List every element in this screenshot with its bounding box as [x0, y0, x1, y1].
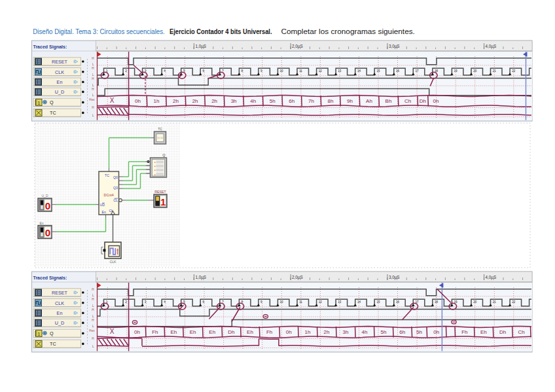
svg-text:Eh: Eh: [209, 329, 215, 335]
svg-text:Fh: Fh: [152, 329, 158, 335]
svg-text:4,0µS: 4,0µS: [486, 44, 497, 49]
svg-text:H: H: [92, 106, 94, 109]
svg-text:0h: 0h: [433, 329, 439, 335]
svg-text:L: L: [92, 304, 94, 308]
svg-text:11: 11: [299, 69, 302, 73]
svg-text:L: L: [92, 345, 94, 348]
svg-text:TC: TC: [158, 127, 162, 131]
svg-text:H: H: [92, 337, 94, 340]
svg-text:H: H: [92, 308, 94, 312]
svg-text:◂: ◂: [154, 173, 156, 176]
svg-text:18: 18: [435, 300, 439, 304]
svg-text:Eh: Eh: [190, 329, 196, 335]
svg-text:17: 17: [416, 69, 420, 73]
svg-text:L: L: [92, 325, 94, 328]
svg-text:◂: ◂: [154, 165, 156, 168]
svg-text:0h: 0h: [433, 98, 439, 104]
svg-text:En: En: [57, 79, 63, 85]
svg-text:Q0: Q0: [113, 175, 118, 179]
svg-text:5h: 5h: [270, 98, 276, 104]
svg-text:0h: 0h: [134, 329, 140, 335]
svg-text:X: X: [110, 328, 115, 335]
svg-text:L: L: [92, 315, 94, 318]
svg-text:Q: Q: [50, 330, 54, 336]
svg-text:22: 22: [512, 300, 516, 304]
svg-text:◂: ◂: [154, 169, 156, 171]
svg-text:Bh: Bh: [385, 98, 392, 104]
svg-text:13: 13: [338, 69, 342, 73]
svg-text:Dh: Dh: [499, 329, 506, 335]
svg-text:Dh: Dh: [228, 329, 234, 335]
svg-text:Ah: Ah: [366, 98, 372, 104]
svg-text:Traced Signals:: Traced Signals:: [33, 45, 67, 50]
svg-text:H: H: [92, 319, 94, 322]
svg-text:U_D: U_D: [41, 194, 48, 198]
svg-text:Dh: Dh: [420, 98, 426, 104]
svg-text:L: L: [92, 84, 94, 87]
svg-text:20: 20: [473, 300, 477, 304]
svg-text:Fh: Fh: [461, 329, 467, 335]
svg-text:TC: TC: [105, 173, 109, 177]
svg-text:Traced Signals:: Traced Signals:: [33, 276, 67, 281]
svg-text:L: L: [92, 73, 94, 77]
svg-text:En: En: [57, 310, 63, 316]
svg-text:10: 10: [280, 300, 284, 304]
svg-text:12: 12: [319, 69, 323, 73]
svg-text:20: 20: [473, 69, 477, 73]
svg-text:15: 15: [376, 300, 380, 304]
svg-text:3,0µS: 3,0µS: [389, 44, 400, 49]
svg-text:1h: 1h: [305, 329, 311, 335]
svg-text:Q: Q: [50, 99, 54, 105]
svg-text:Eh: Eh: [171, 329, 177, 335]
svg-text:0h: 0h: [135, 98, 141, 104]
svg-text:L: L: [92, 114, 94, 117]
svg-text:Diseño Digital. Tema 3: Circui: Diseño Digital. Tema 3: Circuitos secuen…: [33, 28, 415, 35]
svg-text:L: L: [92, 94, 94, 97]
svg-text:UD: UD: [100, 203, 105, 207]
svg-text:8h: 8h: [327, 98, 333, 104]
svg-text:0: 0: [45, 227, 50, 238]
svg-text:7h: 7h: [308, 98, 314, 104]
svg-text:Eh: Eh: [247, 329, 253, 335]
svg-text:4h: 4h: [362, 329, 368, 335]
svg-text:L: L: [92, 294, 94, 297]
svg-text:1,0µS: 1,0µS: [195, 275, 206, 280]
svg-text:16: 16: [396, 69, 400, 73]
svg-text:1h: 1h: [153, 98, 159, 104]
svg-text:TC: TC: [50, 110, 56, 116]
svg-text:H: H: [92, 77, 94, 80]
svg-text:21: 21: [493, 69, 497, 73]
svg-text:5h: 5h: [381, 329, 387, 335]
svg-text:U_D: U_D: [55, 89, 64, 95]
svg-text:1: 1: [37, 331, 41, 337]
svg-text:Hex: Hex: [89, 329, 95, 332]
svg-text:3h: 3h: [343, 329, 349, 335]
svg-text:16: 16: [396, 300, 400, 304]
svg-text:6h: 6h: [399, 329, 405, 335]
svg-text:DCnt4: DCnt4: [104, 193, 114, 197]
svg-text:CLK: CLK: [55, 300, 64, 306]
svg-text:U_D: U_D: [55, 320, 64, 326]
svg-text:9h: 9h: [347, 98, 353, 104]
svg-text:5h: 5h: [416, 329, 422, 335]
svg-text:2h: 2h: [211, 98, 217, 104]
svg-text:3h: 3h: [231, 98, 237, 104]
svg-text:◂: ◂: [154, 161, 156, 164]
svg-text:RESET: RESET: [52, 59, 68, 65]
svg-text:21: 21: [493, 300, 497, 304]
svg-text:Q: Q: [162, 153, 166, 157]
svg-text:Hex: Hex: [89, 98, 95, 101]
svg-text:En: En: [39, 221, 43, 225]
svg-text:1,0µS: 1,0µS: [195, 44, 206, 49]
svg-text:Ch: Ch: [518, 329, 524, 335]
svg-text:22: 22: [512, 69, 516, 73]
svg-text:4,0µS: 4,0µS: [486, 275, 497, 280]
svg-text:2,0µS: 2,0µS: [292, 275, 303, 280]
svg-text:H: H: [92, 298, 94, 301]
svg-text:10: 10: [280, 69, 284, 73]
svg-text:13: 13: [338, 300, 342, 304]
svg-text:2h: 2h: [173, 98, 179, 104]
svg-text:CL: CL: [113, 198, 118, 202]
svg-text:0: 0: [45, 200, 50, 211]
svg-text:15: 15: [376, 69, 380, 73]
